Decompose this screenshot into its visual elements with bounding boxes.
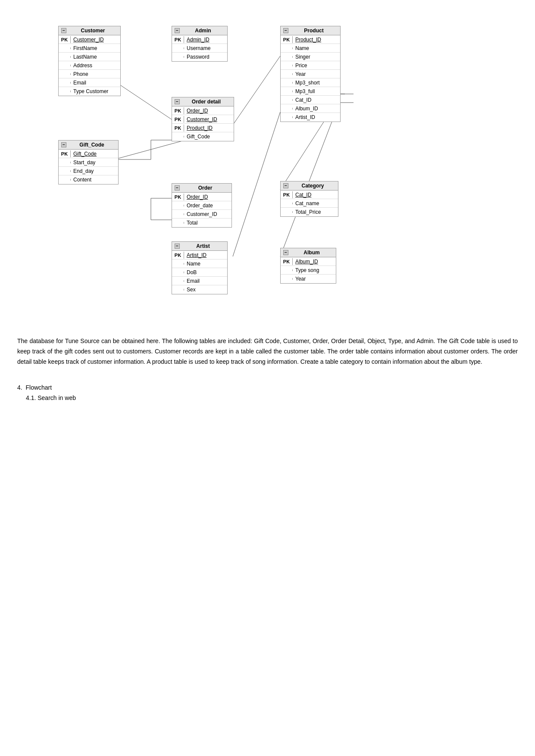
pk-empty (59, 73, 71, 75)
field-name: Album_ID (293, 258, 321, 266)
table-row: Total (172, 219, 232, 227)
minus-icon: − (61, 142, 66, 147)
description-text: The database for Tune Source can be obta… (17, 336, 518, 367)
table-row: PK Order_ID (172, 106, 234, 115)
erd-diagram: − Customer PK Customer_ID FirstName Last… (17, 13, 518, 323)
pk-label: PK (172, 252, 184, 259)
field-name: Cat_ID (293, 96, 314, 104)
field-name: Type Customer (71, 87, 111, 95)
table-row: Artist_ID (281, 113, 340, 122)
table-row: Price (281, 61, 340, 70)
album-table: − Album PK Album_ID Type song Year (280, 248, 336, 284)
pk-empty (59, 179, 71, 181)
table-row: LastName (59, 53, 120, 61)
minus-icon: − (283, 250, 288, 255)
table-row: Address (59, 61, 120, 70)
pk-label: PK (172, 194, 184, 200)
customer-table-header: − Customer (59, 26, 120, 35)
table-row: PK Gift_Code (59, 150, 118, 158)
subsection-4-1-title: 4.1. Search in web (26, 394, 518, 401)
category-table: − Category PK Cat_ID Cat_name Total_Pric… (280, 181, 338, 217)
pk-label: PK (172, 107, 184, 114)
table-row: Password (172, 53, 227, 61)
field-name: Type song (293, 266, 322, 274)
field-name: Address (71, 62, 95, 69)
field-name: Album_ID (293, 105, 321, 112)
field-name: Start_day (71, 159, 98, 166)
pk-label: PK (281, 258, 293, 265)
pk-empty (172, 213, 184, 215)
table-row: Type song (281, 266, 336, 275)
field-name: Artist_ID (293, 113, 318, 121)
artist-table: − Artist PK Artist_ID Name DoB Email Sex (172, 241, 228, 294)
order-table: − Order PK Order_ID Order_date Customer_… (172, 183, 232, 228)
svg-line-1 (233, 56, 280, 125)
field-name: Artist_ID (184, 251, 209, 259)
pk-empty (172, 263, 184, 265)
table-row: PK Product_ID (281, 35, 340, 44)
pk-empty (281, 269, 293, 271)
minus-icon: − (175, 28, 180, 33)
pk-label: PK (172, 125, 184, 131)
table-row: Name (172, 259, 227, 268)
field-name: Mp3_full (293, 87, 317, 95)
pk-empty (281, 82, 293, 84)
table-row: Year (281, 70, 340, 78)
field-name: Email (71, 79, 89, 87)
pk-empty (172, 205, 184, 206)
order-detail-table-header: − Order detail (172, 97, 234, 106)
field-name: LastName (71, 53, 100, 61)
order-detail-table: − Order detail PK Order_ID PK Customer_I… (172, 97, 234, 141)
svg-line-0 (114, 81, 172, 119)
table-row: PK Order_ID (172, 193, 232, 201)
pk-empty (59, 170, 71, 172)
album-table-header: − Album (281, 248, 336, 257)
field-name: Total (184, 219, 200, 227)
pk-empty (172, 222, 184, 224)
category-table-header: − Category (281, 181, 338, 191)
pk-empty (281, 47, 293, 49)
table-row: Email (59, 78, 120, 87)
table-row: PK Customer_ID (59, 35, 120, 44)
field-name: Year (293, 70, 308, 78)
pk-empty (281, 65, 293, 66)
field-name: Customer_ID (71, 36, 106, 44)
field-name: Price (293, 62, 310, 69)
field-name: Cat_ID (293, 191, 314, 199)
pk-label: PK (281, 191, 293, 198)
field-name: Mp3_short (293, 79, 322, 87)
order-table-header: − Order (172, 184, 232, 193)
minus-icon: − (283, 28, 288, 33)
admin-table-header: − Admin (172, 26, 227, 35)
minus-icon: − (175, 244, 180, 249)
product-table-header: − Product (281, 26, 340, 35)
gift-code-table-header: − Gift_Code (59, 141, 118, 150)
table-row: Name (281, 44, 340, 53)
field-name: Customer_ID (184, 210, 220, 218)
pk-label: PK (59, 36, 71, 43)
table-row: PK Album_ID (281, 257, 336, 266)
pk-empty (281, 56, 293, 58)
pk-empty (59, 91, 71, 92)
field-name: Admin_ID (184, 36, 212, 44)
table-row: PK Artist_ID (172, 251, 227, 259)
table-row: PK Customer_ID (172, 115, 234, 124)
pk-empty (281, 99, 293, 101)
pk-empty (281, 203, 293, 204)
product-table: − Product PK Product_ID Name Singer Pric… (280, 26, 341, 122)
field-name: Customer_ID (184, 116, 220, 123)
field-name: Product_ID (293, 36, 324, 44)
customer-table: − Customer PK Customer_ID FirstName Last… (58, 26, 121, 96)
table-row: Start_day (59, 158, 118, 167)
pk-empty (281, 73, 293, 75)
field-name: Product_ID (184, 124, 215, 132)
field-name: Gift_Code (184, 133, 213, 141)
table-row: PK Product_ID (172, 124, 234, 132)
admin-table: − Admin PK Admin_ID Username Password (172, 26, 228, 62)
table-row: Mp3_full (281, 87, 340, 96)
field-name: Total_Price (293, 208, 323, 216)
table-row: Gift_Code (172, 132, 234, 141)
field-name: Content (71, 176, 94, 184)
field-name: Singer (293, 53, 313, 61)
table-row: Email (172, 277, 227, 285)
